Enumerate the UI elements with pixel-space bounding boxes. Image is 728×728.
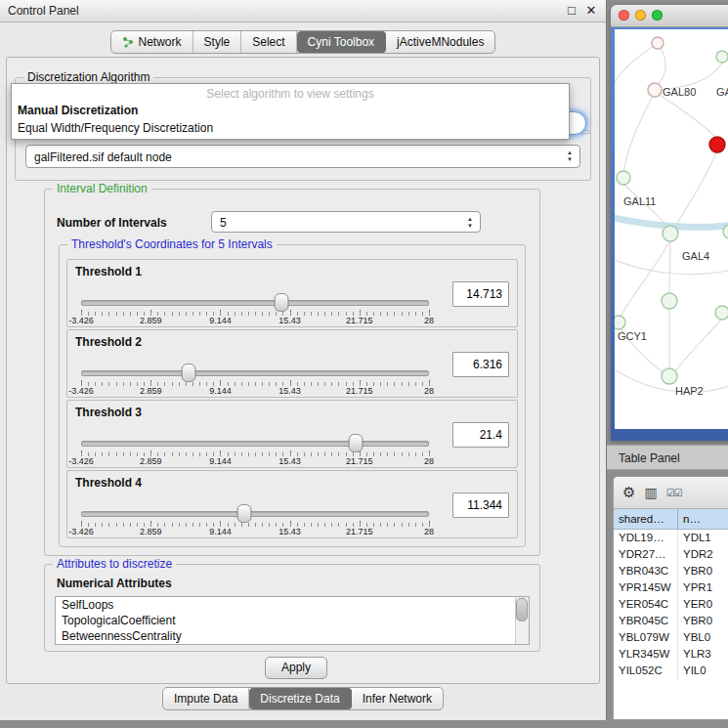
tab-select[interactable]: Select [241, 31, 296, 53]
control-panel-window: Control Panel □ ✕ Network Style [0, 0, 607, 720]
column-header-shared-name[interactable]: shared… [614, 509, 678, 529]
number-of-intervals-value: 5 [220, 216, 227, 230]
tab-style[interactable]: Style [193, 31, 242, 53]
control-panel-tabbar: Network Style Select Cyni Toolbox jActiv… [0, 30, 606, 54]
apply-button[interactable]: Apply [265, 657, 327, 679]
number-of-intervals-combobox[interactable]: 5 ▲▼ [211, 211, 481, 233]
algorithm-dropdown-popup: Select algorithm to view settings Manual… [11, 83, 570, 140]
table-data-selected: galFiltered.sif default node [34, 150, 172, 164]
list-item[interactable]: SelfLoops [56, 597, 529, 613]
threshold-2-slider[interactable] [81, 364, 429, 381]
table-panel-title: Table Panel [619, 451, 680, 465]
number-of-intervals-label: Number of Intervals [57, 216, 167, 230]
float-window-icon[interactable]: □ [563, 0, 580, 21]
numerical-attributes-label: Numerical Attributes [57, 577, 172, 590]
zoom-traffic-light-icon[interactable] [652, 10, 663, 21]
threshold-label: Threshold 4 [75, 476, 142, 490]
network-window-titlebar [611, 5, 728, 27]
network-node[interactable] [716, 51, 728, 63]
minimize-traffic-light-icon[interactable] [635, 10, 646, 21]
table-row[interactable]: YPR145W YPR1 [614, 579, 728, 596]
threshold-4-slider[interactable] [81, 504, 429, 522]
cyni-bottom-tabbar: Impute Data Discretize Data Infer Networ… [0, 687, 606, 710]
network-node[interactable] [648, 83, 662, 97]
interval-definition-group: Interval Definition Number of Intervals … [44, 189, 540, 556]
scrollbar-thumb[interactable] [516, 598, 528, 621]
threshold-4-panel: Threshold 4 -3.426 2.859 9.144 15.43 [66, 470, 518, 538]
combo-arrows-icon: ▲▼ [567, 150, 573, 163]
network-node[interactable] [617, 171, 630, 185]
tab-label: Discretize Data [260, 692, 339, 706]
slider-groove [81, 441, 429, 447]
tab-label: Infer Network [363, 692, 432, 706]
close-icon[interactable]: ✕ [582, 0, 600, 21]
tab-network[interactable]: Network [111, 31, 193, 53]
threshold-2-value-field[interactable] [452, 352, 509, 377]
dropdown-option-manual-discretization[interactable]: Manual Discretization [12, 102, 569, 119]
network-node[interactable] [663, 226, 678, 241]
table-row[interactable]: YLR345W YLR3 [614, 646, 728, 663]
thresholds-group: Threshold's Coordinates for 5 Intervals … [59, 244, 526, 547]
gear-icon[interactable]: ⚙ [622, 484, 635, 501]
table-row[interactable]: YER054C YER0 [614, 596, 728, 613]
close-traffic-light-icon[interactable] [619, 10, 629, 21]
screen: Control Panel □ ✕ Network Style [0, 0, 728, 728]
dropdown-option-equal-width-frequency[interactable]: Equal Width/Frequency Discretization [12, 119, 569, 137]
column-header-name[interactable]: n… [678, 509, 728, 529]
tab-discretize-data[interactable]: Discretize Data [249, 688, 351, 709]
slider-scale: -3.426 2.859 9.144 15.43 21.715 28 [81, 386, 429, 397]
threshold-label: Threshold 2 [75, 335, 142, 349]
list-scrollbar[interactable] [515, 597, 529, 644]
threshold-1-value-field[interactable] [452, 281, 509, 307]
threshold-4-value-field[interactable] [452, 492, 509, 518]
tab-label: Network [139, 35, 182, 49]
table-row[interactable]: YBR043C YBR0 [614, 563, 728, 579]
table-row[interactable]: YIL052C YIL0 [614, 663, 728, 679]
network-node[interactable] [615, 316, 625, 329]
numerical-attributes-list[interactable]: SelfLoops TopologicalCoefficient Between… [55, 596, 530, 645]
columns-icon[interactable]: ▥ [644, 485, 657, 500]
network-node[interactable] [662, 368, 677, 384]
network-node[interactable] [662, 293, 677, 309]
attributes-group: Attributes to discretize Numerical Attri… [44, 564, 540, 652]
network-node[interactable] [652, 37, 664, 49]
group-title: Interval Definition [53, 182, 151, 195]
selected-red-node[interactable] [709, 137, 725, 152]
threshold-3-value-field[interactable] [452, 422, 509, 448]
network-canvas[interactable]: GAL80 GA GAL11 GAL4 GCY1 HAP2 [615, 29, 728, 429]
table-panel-window: ⚙ ▥ ☑☑ shared… n… YDL19… YDL1 YDR27… YDR… [613, 476, 728, 720]
table-row[interactable]: YBR045C YBR0 [614, 613, 728, 629]
slider-groove [81, 300, 429, 306]
slider-scale: -3.426 2.859 9.144 15.43 21.715 28 [81, 527, 429, 537]
dropdown-prompt: Select algorithm to view settings [12, 86, 569, 102]
table-data-combobox[interactable]: galFiltered.sif default node ▲▼ [25, 145, 580, 168]
threshold-2-panel: Threshold 2 -3.426 2.859 9.144 15.43 [66, 329, 518, 398]
table-panel-header: Table Panel [607, 445, 728, 470]
list-item[interactable]: TopologicalCoefficient [56, 613, 529, 628]
list-item[interactable]: BetweennessCentrality [56, 628, 529, 644]
tab-label: Style [204, 35, 231, 49]
tab-infer-network[interactable]: Infer Network [352, 688, 443, 709]
table-toolbar: ⚙ ▥ ☑☑ [614, 477, 728, 509]
combo-arrows-icon: ▲▼ [467, 216, 473, 230]
node-label: GAL11 [623, 195, 656, 207]
table-row[interactable]: YDL19… YDL1 [614, 530, 728, 546]
table-row[interactable]: YDR27… YDR2 [614, 546, 728, 563]
table-header-row: shared… n… [614, 509, 728, 530]
slider-scale: -3.426 2.859 9.144 15.43 21.715 28 [81, 316, 429, 326]
slider-scale: -3.426 2.859 9.144 15.43 21.715 28 [81, 456, 429, 467]
tab-cyni-toolbox[interactable]: Cyni Toolbox [297, 31, 386, 53]
tab-label: Select [252, 35, 284, 49]
cyni-toolbox-panel: Discretization Algorithm Select algorith… [6, 57, 600, 684]
table-row[interactable]: YBL079W YBL0 [614, 629, 728, 646]
threshold-3-slider[interactable] [81, 434, 429, 451]
tab-label: jActiveMNodules [397, 35, 484, 49]
threshold-1-slider[interactable] [81, 293, 429, 311]
select-columns-icon[interactable]: ☑☑ [666, 488, 682, 498]
network-node[interactable] [715, 306, 728, 320]
tab-jactivemnodules[interactable]: jActiveMNodules [386, 31, 494, 53]
table-body[interactable]: YDL19… YDL1 YDR27… YDR2 YBR043C YBR0 YPR… [614, 530, 728, 720]
threshold-3-panel: Threshold 3 -3.426 2.859 9.144 15.43 [66, 400, 518, 468]
group-title: Attributes to discretize [53, 557, 176, 571]
tab-impute-data[interactable]: Impute Data [163, 688, 249, 709]
